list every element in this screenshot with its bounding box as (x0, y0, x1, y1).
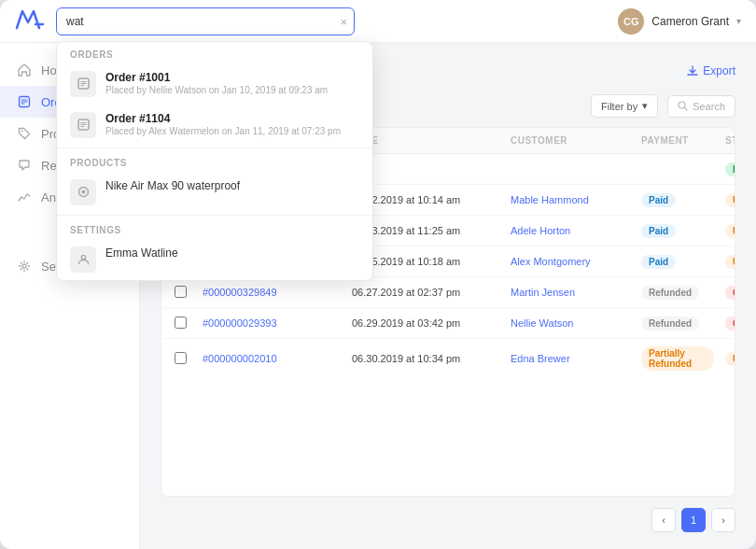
row-payment: Paid (636, 247, 720, 276)
product-nike-content: Nike Air Max 90 waterproof (105, 179, 240, 192)
tag-icon (17, 126, 32, 141)
products-section-label: Products (57, 150, 372, 172)
row-6-checkbox[interactable] (175, 317, 187, 329)
row-payment: Refunded (636, 309, 720, 338)
export-button[interactable]: Export (687, 64, 735, 77)
reviews-icon (17, 158, 32, 173)
row-status: Unfulfilled (720, 247, 735, 276)
table-row: #000000002010 06.30.2019 at 10:34 pm Edn… (161, 339, 735, 378)
payment-badge: Paid (641, 255, 676, 269)
settings-section-label: Settings (57, 218, 372, 239)
payment-badge: Refunded (641, 317, 699, 331)
customer-link[interactable]: Adele Horton (511, 225, 570, 236)
row-customer: Mable Hammond (505, 187, 636, 213)
status-badge: Fulfilled (725, 162, 735, 176)
avatar: CG (618, 8, 644, 35)
dropdown-setting-emma[interactable]: Emma Watline (57, 239, 372, 280)
setting-icon (70, 246, 96, 273)
setting-emma-name: Emma Watline (105, 246, 178, 260)
order-1001-content: Order #1001 Placed by Nellie Watson on J… (105, 71, 328, 95)
analytics-icon (17, 190, 32, 204)
row-customer: Nellie Watson (505, 310, 636, 336)
settings-icon (17, 259, 32, 274)
search-clear-icon[interactable]: × (340, 14, 347, 28)
status-badge: Unfulfilled (725, 224, 735, 238)
svg-point-15 (21, 131, 23, 133)
status-badge: Cancelled (725, 317, 735, 331)
app-logo (15, 9, 45, 33)
filter-chevron-icon: ▾ (642, 100, 648, 112)
orders-section-label: Orders (57, 42, 372, 63)
filter-button[interactable]: Filter by ▾ (591, 94, 658, 118)
table-search-placeholder: Search (693, 101, 725, 112)
row-checkbox[interactable] (169, 345, 197, 373)
svg-point-9 (81, 190, 85, 194)
customer-link[interactable]: Alex Montgomery (511, 256, 591, 267)
col-payment: PAYMENT (636, 128, 720, 153)
payment-badge: Partially Refunded (641, 346, 714, 371)
row-status: Fulfilled (720, 155, 735, 184)
home-icon (17, 63, 32, 77)
row-status: Unfulfilled (720, 217, 735, 246)
table-row: #000000329849 06.27.2019 at 02:37 pm Mar… (161, 277, 735, 308)
row-customer: Alex Montgomery (505, 248, 636, 274)
payment-badge: Paid (641, 193, 676, 207)
row-order: #000000329849 (197, 279, 346, 305)
row-checkbox[interactable] (169, 309, 197, 338)
row-date: 06.29.2019 at 03:42 pm (346, 310, 505, 336)
dropdown-order-1104[interactable]: Order #1104 Placed by Alex Watermelon on… (57, 105, 372, 146)
row-customer (505, 162, 636, 176)
row-5-checkbox[interactable] (175, 286, 187, 298)
pagination-prev-button[interactable]: ‹ (651, 508, 676, 532)
svg-line-18 (685, 108, 688, 111)
pagination-page-1-button[interactable]: 1 (681, 508, 706, 532)
order-1001-title: Order #1001 (105, 71, 328, 84)
order-1104-content: Order #1104 Placed by Alex Watermelon on… (105, 112, 341, 136)
col-customer: CUSTOMER (505, 128, 636, 153)
customer-link[interactable]: Nellie Watson (511, 317, 573, 329)
row-customer: Adele Horton (505, 218, 636, 244)
row-payment: Refunded (636, 278, 720, 307)
svg-point-10 (81, 255, 85, 259)
status-badge: Cancelled (725, 286, 735, 300)
payment-badge: Paid (641, 224, 676, 238)
customer-link[interactable]: Edna Brewer (511, 353, 570, 364)
row-status: Unfulfilled (720, 186, 735, 215)
user-name: Cameron Grant (651, 15, 729, 28)
orders-icon (17, 94, 32, 109)
svg-point-17 (679, 102, 685, 108)
dropdown-order-1001[interactable]: Order #1001 Placed by Nellie Watson on J… (57, 63, 372, 105)
order-1001-sub: Placed by Nellie Watson on Jan 10, 2019 … (105, 85, 328, 95)
search-input[interactable] (56, 7, 355, 35)
row-order: #000000002010 (197, 345, 346, 372)
row-status: Unfulfilled (720, 345, 735, 373)
row-checkbox[interactable] (169, 278, 197, 307)
row-payment: Partially Refunded (636, 339, 720, 378)
order-link[interactable]: #000000002010 (203, 353, 277, 364)
product-icon (70, 179, 96, 205)
table-search-box[interactable]: Search (667, 95, 735, 118)
status-badge: Unfulfilled (725, 193, 735, 207)
app-window: × Orders Order #1001 Pla (0, 0, 756, 549)
row-date: 06.27.2019 at 02:37 pm (346, 279, 505, 305)
col-status: STATUS (720, 128, 735, 153)
topbar: × Orders Order #1001 Pla (0, 0, 756, 43)
order-1104-sub: Placed by Alex Watermelon on Jan 11, 201… (105, 126, 341, 136)
dropdown-product-nike[interactable]: Nike Air Max 90 waterproof (57, 172, 372, 213)
row-order: #000000029393 (197, 310, 346, 336)
row-payment: Paid (636, 217, 720, 246)
row-date: 06.30.2019 at 10:34 pm (346, 345, 505, 372)
order-link[interactable]: #000000329849 (203, 287, 277, 298)
row-7-checkbox[interactable] (175, 352, 187, 364)
user-menu[interactable]: CG Cameron Grant ▾ (618, 8, 741, 35)
order-link[interactable]: #000000029393 (203, 317, 277, 329)
search-wrapper: × Orders Order #1001 Pla (56, 7, 355, 35)
row-customer: Edna Brewer (505, 345, 636, 372)
pagination-next-button[interactable]: › (711, 508, 735, 532)
customer-link[interactable]: Martin Jensen (511, 287, 575, 298)
search-dropdown: Orders Order #1001 Placed by Nellie Wats… (56, 41, 373, 281)
customer-link[interactable]: Mable Hammond (511, 194, 589, 205)
row-customer: Martin Jensen (505, 279, 636, 305)
product-nike-name: Nike Air Max 90 waterproof (105, 179, 240, 192)
svg-point-16 (22, 264, 26, 268)
